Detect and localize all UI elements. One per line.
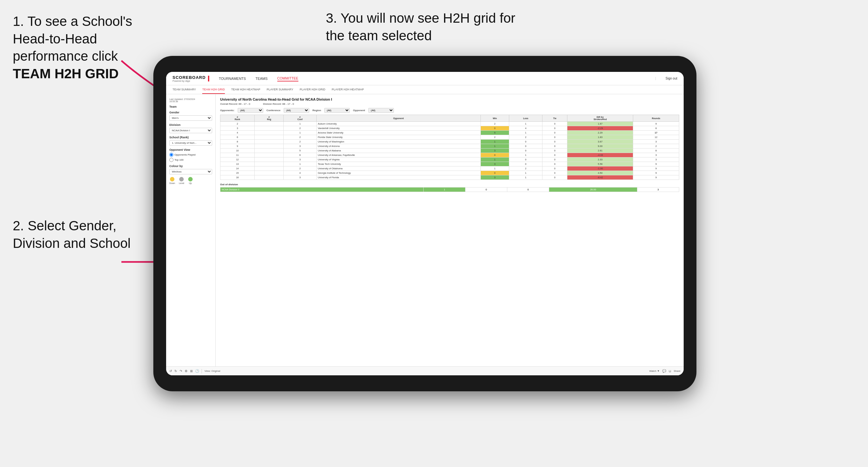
cell-win: 1 — [480, 139, 509, 144]
annotation-3-text: 3. You will now see H2H grid for the tea… — [326, 10, 515, 43]
view-label[interactable]: View: Original — [205, 370, 220, 372]
clock-btn[interactable]: 🕐 — [195, 369, 199, 373]
nav-committee[interactable]: COMMITTEE — [277, 76, 299, 82]
undo-btn[interactable]: ↺ — [169, 369, 172, 373]
share-icon[interactable]: ⊔ — [669, 369, 671, 373]
cell-conf: 3 — [284, 144, 316, 149]
cell-reg — [255, 122, 284, 126]
cell-diff: -6.42 — [567, 175, 633, 180]
cell-rank: 13 — [220, 162, 255, 166]
region-filter-label: Region — [312, 109, 321, 112]
cell-reg — [255, 153, 284, 157]
nav-bar: SCOREBOARD Powered by clippi TOURNAMENTS… — [166, 72, 684, 85]
division-select[interactable]: NCAA Division I — [169, 128, 212, 133]
table-row: 16 3 University of Florida 3 1 0 -6.42 9 — [220, 175, 679, 180]
sub-nav-player-summary[interactable]: PLAYER SUMMARY — [267, 85, 293, 94]
cell-opponent: University of Florida — [316, 175, 480, 180]
conference-filter-label: Conference — [267, 109, 280, 112]
cell-tie: 0 — [542, 153, 567, 157]
settings-btn[interactable]: ⚙ — [185, 369, 188, 373]
cell-opponent: Florida State University — [316, 135, 480, 139]
cell-tie: 0 — [542, 139, 567, 144]
cell-rank: 4 — [220, 131, 255, 135]
cell-win: 3 — [480, 175, 509, 180]
cell-conf: 3 — [284, 175, 316, 180]
nav-teams[interactable]: TEAMS — [255, 76, 268, 81]
tablet-screen: SCOREBOARD Powered by clippi TOURNAMENTS… — [166, 72, 684, 375]
redo-btn[interactable]: ↻ — [175, 369, 177, 373]
color-up — [188, 177, 193, 181]
cell-diff: 2.61 — [567, 149, 633, 153]
cell-rounds: 3 — [633, 153, 679, 157]
cell-diff: 2.33 — [567, 157, 633, 162]
cell-diff: -2.29 — [567, 126, 633, 131]
annotation-1: 1. To see a School's Head-to-Head perfor… — [13, 13, 166, 83]
cell-win: 0 — [480, 126, 509, 131]
out-loss: 0 — [465, 187, 507, 192]
cell-reg — [255, 171, 284, 175]
school-select[interactable]: 1. University of Nort... — [169, 140, 212, 146]
cell-reg — [255, 131, 284, 135]
share-btn[interactable]: Share — [674, 370, 680, 372]
colour-by-label: Colour by — [169, 164, 212, 168]
color-legend: Down Level Up — [169, 177, 212, 184]
sub-nav-player-h2h-heatmap[interactable]: PLAYER H2H HEATMAP — [332, 85, 364, 94]
out-of-division-table: NCAA Division II 1 0 0 26.00 3 — [220, 187, 679, 192]
cell-rank: 8 — [220, 139, 255, 144]
forward-btn[interactable]: ↷ — [180, 369, 182, 373]
cell-opponent: Georgia Institute of Technology — [316, 171, 480, 175]
grid-title: University of North Carolina Head-to-Hea… — [220, 97, 679, 101]
grid-records: Overall Record: 89 - 17 - 0 Division Rec… — [220, 102, 679, 105]
cell-opponent: University of Arizona — [316, 144, 480, 149]
opponents-label: Opponents: — [220, 109, 235, 112]
cell-tie: 0 — [542, 166, 567, 171]
cell-conf: 4 — [284, 171, 316, 175]
cell-opponent: University of Washington — [316, 139, 480, 144]
h2h-table: #Rank #Reg #Conf Opponent Win Loss Tie D… — [220, 115, 679, 180]
cell-rank: 10 — [220, 149, 255, 153]
grid-btn[interactable]: ⊞ — [190, 369, 193, 373]
cell-diff: 3.67 — [567, 139, 633, 144]
table-row: 14 2 University of Oklahoma 1 2 0 -1.00 … — [220, 166, 679, 171]
cell-win: 1 — [480, 157, 509, 162]
cell-tie: 0 — [542, 144, 567, 149]
all-filter-select[interactable]: (All) — [238, 108, 263, 113]
region-filter-select[interactable]: (All) — [324, 108, 350, 113]
cell-reg — [255, 166, 284, 171]
annotation-1-bold: TEAM H2H GRID — [13, 66, 119, 81]
cell-loss: 4 — [509, 126, 542, 131]
sidebar: Last Updated: 27/03/2024 16:55:38 Team G… — [166, 94, 216, 366]
sub-nav-team-h2h-grid[interactable]: TEAM H2H GRID — [202, 85, 225, 94]
opponent-filter-select[interactable]: (All) — [368, 108, 394, 113]
colour-by-select[interactable]: Win/loss — [169, 169, 212, 175]
cell-opponent: University of Alabama — [316, 149, 480, 153]
sub-nav-team-h2h-heatmap[interactable]: TEAM H2H HEATMAP — [231, 85, 260, 94]
cell-rounds: 9 — [633, 162, 679, 166]
bottom-toolbar: ↺ ↻ ↷ ⚙ ⊞ 🕐 View: Original Watch ▼ 💬 ⊔ S… — [166, 366, 684, 375]
watch-btn[interactable]: Watch ▼ — [649, 370, 660, 372]
out-division-name: NCAA Division II — [220, 187, 424, 192]
table-row: 8 2 University of Washington 1 0 0 3.67 … — [220, 139, 679, 144]
cell-conf: 3 — [284, 157, 316, 162]
cell-conf: 5 — [284, 149, 316, 153]
out-tie: 0 — [507, 187, 549, 192]
cell-diff: 9.00 — [567, 144, 633, 149]
sign-out-link[interactable]: Sign out — [665, 77, 677, 80]
annotation-1-text: 1. To see a School's Head-to-Head perfor… — [13, 14, 132, 64]
cell-loss: 2 — [509, 135, 542, 139]
gender-select[interactable]: Men's — [169, 115, 212, 121]
cell-diff: 1.67 — [567, 122, 633, 126]
sub-nav-team-summary[interactable]: TEAM SUMMARY — [173, 85, 196, 94]
table-row: 3 2 Vanderbilt University 0 4 0 -2.29 8 — [220, 126, 679, 131]
conference-filter-select[interactable]: (All) — [284, 108, 309, 113]
sub-nav-player-h2h-grid[interactable]: PLAYER H2H GRID — [300, 85, 325, 94]
cell-diff: -4.33 — [567, 153, 633, 157]
nav-tournaments[interactable]: TOURNAMENTS — [219, 76, 246, 81]
main-content: Last Updated: 27/03/2024 16:55:38 Team G… — [166, 94, 684, 366]
cell-tie: 0 — [542, 171, 567, 175]
comment-btn[interactable]: 💬 — [662, 369, 666, 373]
out-win: 1 — [424, 187, 465, 192]
out-diff: 26.00 — [549, 187, 637, 192]
out-rounds: 3 — [637, 187, 679, 192]
cell-loss: 0 — [509, 162, 542, 166]
